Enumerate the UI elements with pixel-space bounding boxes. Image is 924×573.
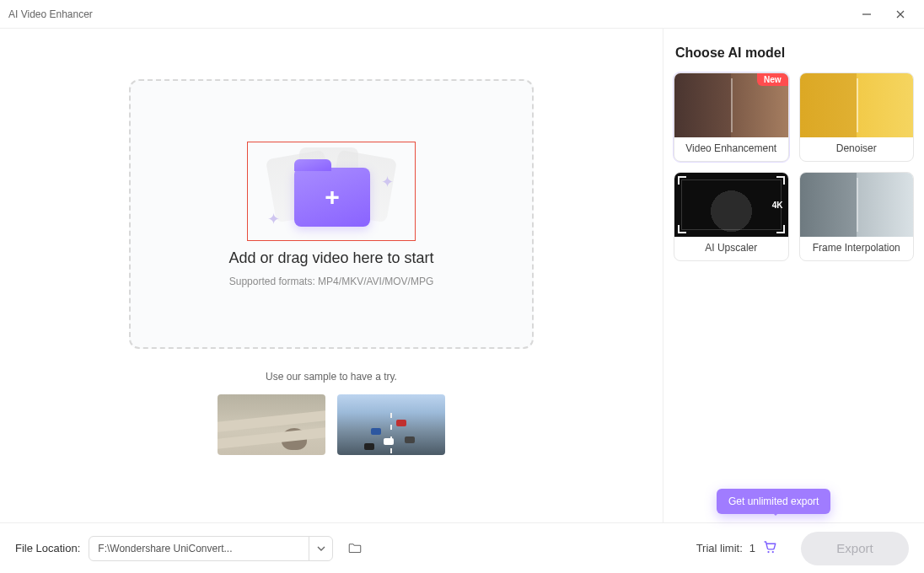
window-title: AI Video Enhancer bbox=[8, 8, 93, 20]
right-pane: Choose AI model New Video Enhancement De… bbox=[663, 29, 924, 522]
model-label: Frame Interpolation bbox=[800, 237, 914, 260]
sample-list bbox=[218, 394, 445, 455]
close-button[interactable] bbox=[884, 3, 917, 26]
model-thumb bbox=[800, 173, 914, 237]
model-thumb bbox=[800, 73, 914, 137]
sample-video-2[interactable] bbox=[337, 394, 445, 455]
chevron-down-icon bbox=[317, 544, 325, 553]
model-grid: New Video Enhancement Denoiser 4K AI Ups… bbox=[672, 72, 916, 261]
model-ai-upscaler[interactable]: 4K AI Upscaler bbox=[674, 172, 789, 261]
browse-folder-button[interactable] bbox=[345, 538, 365, 559]
trial-label: Trial limit: bbox=[696, 542, 743, 554]
trial-value: 1 bbox=[749, 542, 755, 554]
model-frame-interpolation[interactable]: Frame Interpolation bbox=[799, 172, 915, 261]
model-label: Video Enhancement bbox=[674, 137, 788, 161]
add-video-highlight: ✦ ✦ + bbox=[247, 142, 416, 241]
upscaler-tag: 4K bbox=[772, 201, 783, 210]
tooltip-text: Get unlimited export bbox=[728, 495, 819, 507]
close-icon bbox=[895, 9, 905, 19]
footer: File Location: F:\Wondershare UniConvert… bbox=[0, 522, 924, 573]
model-thumb: 4K bbox=[674, 173, 788, 237]
video-drop-zone[interactable]: ✦ ✦ + Add or drag video here to start Su… bbox=[129, 79, 534, 349]
model-video-enhancement[interactable]: New Video Enhancement bbox=[674, 72, 789, 162]
dropzone-subtitle: Supported formats: MP4/MKV/AVI/MOV/MPG bbox=[229, 276, 434, 287]
models-heading: Choose AI model bbox=[675, 46, 912, 61]
left-pane: ✦ ✦ + Add or drag video here to start Su… bbox=[0, 29, 663, 522]
folder-icon bbox=[347, 541, 363, 556]
samples-hint: Use our sample to have a try. bbox=[266, 371, 397, 383]
content: ✦ ✦ + Add or drag video here to start Su… bbox=[0, 29, 924, 522]
purchase-button[interactable] bbox=[762, 539, 777, 557]
minimize-icon bbox=[862, 9, 872, 19]
unlimited-export-tooltip[interactable]: Get unlimited export bbox=[717, 489, 830, 514]
export-button[interactable]: Export bbox=[801, 532, 909, 565]
dropzone-title: Add or drag video here to start bbox=[228, 249, 433, 267]
svg-point-3 bbox=[767, 551, 769, 553]
model-label: AI Upscaler bbox=[674, 237, 788, 260]
trial-info: Trial limit: 1 bbox=[696, 539, 777, 557]
badge-new: New bbox=[757, 73, 788, 86]
minimize-button[interactable] bbox=[850, 3, 884, 26]
sample-video-1[interactable] bbox=[218, 394, 325, 455]
file-location-path: F:\Wondershare UniConvert... bbox=[89, 543, 309, 554]
file-location-dropdown[interactable] bbox=[309, 537, 332, 560]
add-folder-icon: ✦ ✦ + bbox=[264, 149, 399, 233]
plus-icon: + bbox=[325, 183, 340, 212]
file-location-label: File Location: bbox=[15, 542, 80, 554]
title-bar: AI Video Enhancer bbox=[0, 0, 924, 29]
model-thumb: New bbox=[674, 73, 788, 137]
cart-icon bbox=[762, 539, 777, 554]
model-label: Denoiser bbox=[800, 137, 914, 161]
svg-point-4 bbox=[772, 551, 774, 553]
export-label: Export bbox=[836, 541, 873, 555]
file-location-select[interactable]: F:\Wondershare UniConvert... bbox=[89, 536, 333, 561]
model-denoiser[interactable]: Denoiser bbox=[799, 72, 915, 162]
window-buttons bbox=[850, 3, 917, 26]
